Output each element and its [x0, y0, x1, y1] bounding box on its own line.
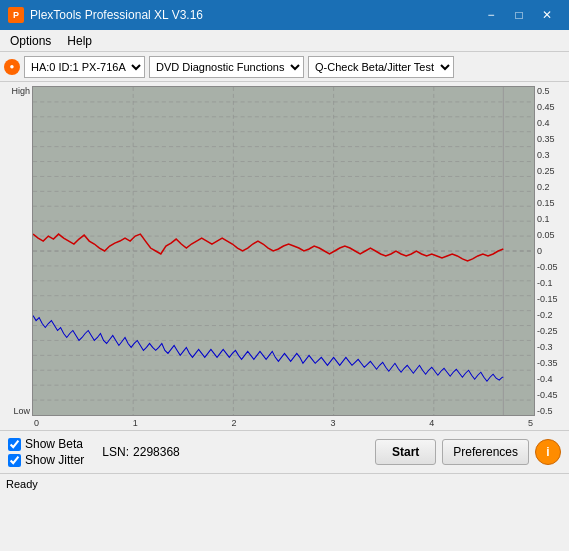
x-axis: 0 1 2 3 4 5: [34, 416, 533, 428]
lsn-area: LSN: 2298368: [102, 445, 179, 459]
x-4: 4: [429, 418, 434, 428]
y-right-16: -0.3: [537, 342, 553, 352]
chart-area: High Low: [0, 82, 569, 430]
y-right-4: 0.3: [537, 150, 550, 160]
y-right-19: -0.45: [537, 390, 558, 400]
y-right-9: 0.05: [537, 230, 555, 240]
y-right-5: 0.25: [537, 166, 555, 176]
close-button[interactable]: ✕: [533, 5, 561, 25]
chart-container: High Low: [4, 86, 565, 416]
y-right-6: 0.2: [537, 182, 550, 192]
show-jitter-checkbox[interactable]: [8, 454, 21, 467]
status-text: Ready: [6, 478, 38, 490]
button-area: Start Preferences i: [375, 439, 561, 465]
app-icon: P: [8, 7, 24, 23]
menu-options[interactable]: Options: [4, 32, 57, 50]
chart-svg: [33, 87, 534, 415]
y-right-8: 0.1: [537, 214, 550, 224]
drive-select[interactable]: HA:0 ID:1 PX-716A: [24, 56, 145, 78]
x-3: 3: [330, 418, 335, 428]
y-right-7: 0.15: [537, 198, 555, 208]
lsn-label: LSN:: [102, 445, 129, 459]
toolbar: ● HA:0 ID:1 PX-716A DVD Diagnostic Funct…: [0, 52, 569, 82]
y-right-14: -0.2: [537, 310, 553, 320]
checkboxes: Show Beta Show Jitter: [8, 437, 84, 467]
y-right-11: -0.05: [537, 262, 558, 272]
title-bar: P PlexTools Professional XL V3.16 − □ ✕: [0, 0, 569, 30]
x-5: 5: [528, 418, 533, 428]
y-low-label: Low: [13, 406, 30, 416]
bottom-panel: Show Beta Show Jitter LSN: 2298368 Start…: [0, 430, 569, 473]
y-axis-right: 0.5 0.45 0.4 0.35 0.3 0.25 0.2 0.15 0.1 …: [535, 86, 565, 416]
show-beta-checkbox[interactable]: [8, 438, 21, 451]
y-right-10: 0: [537, 246, 542, 256]
x-1: 1: [133, 418, 138, 428]
y-right-15: -0.25: [537, 326, 558, 336]
maximize-button[interactable]: □: [505, 5, 533, 25]
status-bar: Ready: [0, 473, 569, 493]
show-beta-row: Show Beta: [8, 437, 84, 451]
lsn-value: 2298368: [133, 445, 180, 459]
y-right-13: -0.15: [537, 294, 558, 304]
toolbar-drive: ●: [4, 59, 20, 75]
y-right-18: -0.4: [537, 374, 553, 384]
y-right-2: 0.4: [537, 118, 550, 128]
x-0: 0: [34, 418, 39, 428]
y-right-12: -0.1: [537, 278, 553, 288]
drive-icon: ●: [4, 59, 20, 75]
info-button[interactable]: i: [535, 439, 561, 465]
menu-bar: Options Help: [0, 30, 569, 52]
title-bar-controls: − □ ✕: [477, 5, 561, 25]
start-button[interactable]: Start: [375, 439, 436, 465]
function-select[interactable]: DVD Diagnostic Functions: [149, 56, 304, 78]
y-high-label: High: [11, 86, 30, 96]
y-right-1: 0.45: [537, 102, 555, 112]
y-right-3: 0.35: [537, 134, 555, 144]
x-2: 2: [232, 418, 237, 428]
show-beta-label: Show Beta: [25, 437, 83, 451]
test-select[interactable]: Q-Check Beta/Jitter Test: [308, 56, 454, 78]
y-axis-left: High Low: [4, 86, 32, 416]
show-jitter-label: Show Jitter: [25, 453, 84, 467]
preferences-button[interactable]: Preferences: [442, 439, 529, 465]
title-bar-left: P PlexTools Professional XL V3.16: [8, 7, 203, 23]
show-jitter-row: Show Jitter: [8, 453, 84, 467]
app-title: PlexTools Professional XL V3.16: [30, 8, 203, 22]
y-right-20: -0.5: [537, 406, 553, 416]
minimize-button[interactable]: −: [477, 5, 505, 25]
chart-inner: [32, 86, 535, 416]
y-right-0: 0.5: [537, 86, 550, 96]
menu-help[interactable]: Help: [61, 32, 98, 50]
y-right-17: -0.35: [537, 358, 558, 368]
